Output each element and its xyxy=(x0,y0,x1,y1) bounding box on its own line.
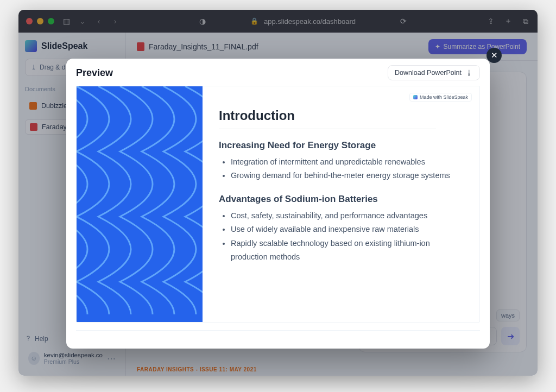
slide-heading: Introduction xyxy=(219,96,436,129)
slide-bullet-list: Integration of intermittent and unpredic… xyxy=(219,155,464,183)
slide-bullet-list: Cost, safety, sustainability, and perfor… xyxy=(219,209,464,264)
slide-decor xyxy=(77,86,203,322)
modal-title: Preview xyxy=(76,67,113,79)
slide-bullet: Cost, safety, sustainability, and perfor… xyxy=(231,209,464,223)
made-with-badge: Made with SlideSpeak xyxy=(409,93,472,102)
slide-section: Increasing Need for Energy Storage Integ… xyxy=(219,140,464,183)
slide-section-title: Advantages of Sodium-ion Batteries xyxy=(219,194,464,205)
download-button-label: Download PowerPoint xyxy=(395,69,462,77)
slide-section: Advantages of Sodium-ion Batteries Cost,… xyxy=(219,194,464,264)
slide-bullet: Growing demand for behind-the-meter ener… xyxy=(231,169,464,182)
wave-pattern-icon xyxy=(77,86,203,314)
download-icon: ⭳ xyxy=(466,69,473,77)
download-button[interactable]: Download PowerPoint ⭳ xyxy=(388,65,480,80)
close-button[interactable]: ✕ xyxy=(486,48,502,63)
slide-preview: Made with SlideSpeak Introduction Increa… xyxy=(76,86,480,323)
slide-bullet: Use of widely available and inexpensive … xyxy=(231,223,464,236)
svg-rect-0 xyxy=(77,86,203,314)
preview-modal: Preview Download PowerPoint ⭳ xyxy=(66,59,490,349)
close-icon: ✕ xyxy=(491,50,498,60)
slide-content: Made with SlideSpeak Introduction Increa… xyxy=(203,86,479,322)
slide-bullet: Integration of intermittent and unpredic… xyxy=(231,155,464,169)
modal-header: Preview Download PowerPoint ⭳ xyxy=(66,59,490,86)
slide-section-title: Increasing Need for Energy Storage xyxy=(219,140,464,151)
brand-mini-icon xyxy=(413,95,418,99)
made-with-label: Made with SlideSpeak xyxy=(420,94,468,100)
modal-bottom-bar xyxy=(76,330,480,349)
slide-bullet: Rapidly scalable technology based on exi… xyxy=(231,237,464,264)
